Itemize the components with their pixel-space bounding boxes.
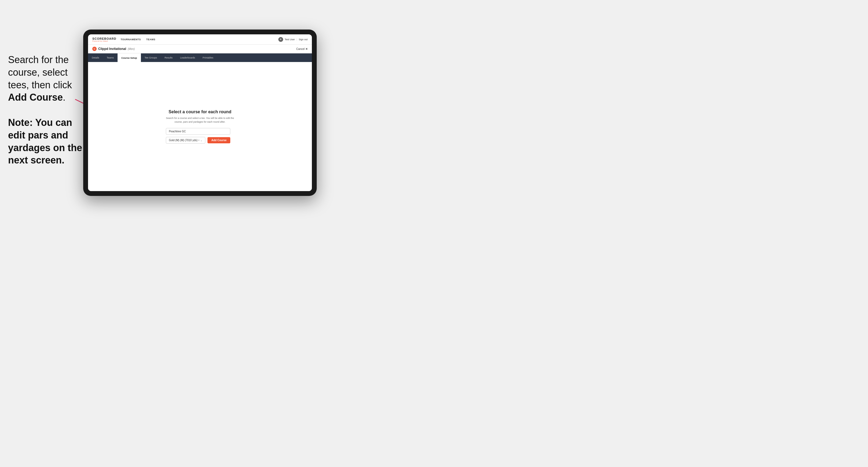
- instruction-note2: edit pars and: [8, 130, 68, 141]
- brand-logo: SCOREBOARD Powered by clippd: [92, 37, 116, 42]
- nav-tournaments[interactable]: TOURNAMENTS: [121, 38, 141, 41]
- tournament-title: C Clippd Invitational (Men): [92, 47, 135, 51]
- chevron-down-icon: ⌄: [200, 139, 203, 142]
- separator: |: [297, 38, 297, 41]
- tee-select-controls: × ⌄: [198, 139, 203, 142]
- clear-icon[interactable]: ×: [198, 139, 200, 142]
- avatar: R: [278, 37, 283, 42]
- tee-select-row: Gold (M) (M) (7010 yds) × ⌄ Add Course: [166, 137, 230, 144]
- instruction-line1: Search for the: [8, 54, 69, 65]
- topnav-right: R Test User | Sign out: [278, 37, 308, 42]
- instruction-line2: course, select: [8, 67, 68, 78]
- top-navigation: SCOREBOARD Powered by clippd TOURNAMENTS…: [88, 34, 312, 44]
- course-search-input[interactable]: [166, 128, 230, 135]
- nav-teams[interactable]: TEAMS: [146, 38, 155, 41]
- tab-tee-groups[interactable]: Tee Groups: [141, 54, 161, 62]
- instruction-note: Note: You can: [8, 117, 72, 128]
- tournament-name: Clippd Invitational: [98, 47, 126, 51]
- cancel-button[interactable]: Cancel ✕: [296, 48, 308, 51]
- tee-select-dropdown[interactable]: Gold (M) (M) (7010 yds) × ⌄: [166, 137, 205, 144]
- instruction-note4: next screen.: [8, 155, 64, 165]
- instructions-panel: Search for the course, select tees, then…: [8, 54, 83, 167]
- clippd-logo: C: [92, 47, 97, 51]
- tab-leaderboards[interactable]: Leaderboards: [176, 54, 199, 62]
- tournament-type: (Men): [128, 48, 135, 51]
- tee-select-value: Gold (M) (M) (7010 yds): [169, 139, 197, 142]
- tab-teams[interactable]: Teams: [103, 54, 118, 62]
- card-title: Select a course for each round: [166, 110, 234, 114]
- tab-course-setup[interactable]: Course Setup: [118, 54, 141, 62]
- add-course-button[interactable]: Add Course: [208, 137, 230, 143]
- instruction-line3: tees, then click: [8, 80, 72, 90]
- tournament-header: C Clippd Invitational (Men) Cancel ✕: [88, 44, 312, 54]
- tab-results[interactable]: Results: [161, 54, 176, 62]
- card-description: Search for a course and select a tee. Yo…: [166, 117, 234, 124]
- tablet-device: SCOREBOARD Powered by clippd TOURNAMENTS…: [83, 30, 317, 196]
- course-selection-card: Select a course for each round Search fo…: [166, 110, 234, 144]
- instruction-period: .: [63, 92, 65, 103]
- tablet-screen: SCOREBOARD Powered by clippd TOURNAMENTS…: [88, 34, 312, 191]
- tab-details[interactable]: Details: [88, 54, 103, 62]
- instruction-add-course: Add Course: [8, 92, 63, 103]
- main-content: Select a course for each round Search fo…: [88, 62, 312, 191]
- user-name: Test User: [285, 38, 295, 41]
- brand-name: SCOREBOARD: [92, 37, 116, 40]
- close-icon: ✕: [305, 48, 308, 51]
- tab-printables[interactable]: Printables: [199, 54, 217, 62]
- topnav-left: SCOREBOARD Powered by clippd TOURNAMENTS…: [92, 37, 155, 42]
- instruction-note3: yardages on the: [8, 142, 82, 153]
- brand-sub: Powered by clippd: [92, 40, 116, 42]
- tab-bar: Details Teams Course Setup Tee Groups Re…: [88, 54, 312, 62]
- nav-links: TOURNAMENTS TEAMS: [121, 38, 155, 41]
- sign-out-link[interactable]: Sign out: [299, 38, 308, 41]
